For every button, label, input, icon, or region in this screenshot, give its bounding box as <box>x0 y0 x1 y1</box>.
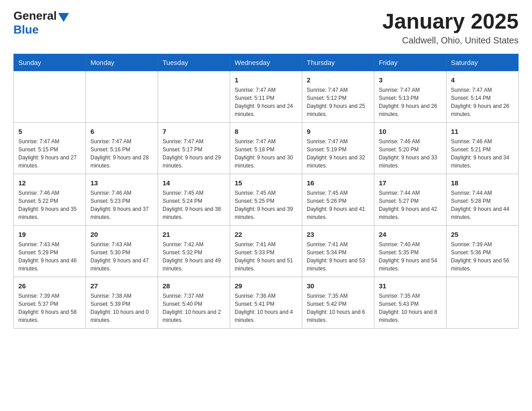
sun-info: Sunrise: 7:39 AMSunset: 5:36 PMDaylight:… <box>451 240 514 273</box>
page-header: General Blue January 2025 Caldwell, Ohio… <box>13 9 519 46</box>
sun-info: Sunrise: 7:45 AMSunset: 5:24 PMDaylight:… <box>163 189 225 221</box>
day-header-saturday: Saturday <box>446 54 519 71</box>
sun-info: Sunrise: 7:43 AMSunset: 5:30 PMDaylight:… <box>90 240 153 273</box>
sun-info: Sunrise: 7:37 AMSunset: 5:40 PMDaylight:… <box>163 292 225 324</box>
sun-info: Sunrise: 7:46 AMSunset: 5:22 PMDaylight:… <box>18 189 81 221</box>
calendar-cell: 10Sunrise: 7:46 AMSunset: 5:20 PMDayligh… <box>374 123 446 174</box>
logo-arrow-icon <box>58 13 69 22</box>
calendar-cell: 7Sunrise: 7:47 AMSunset: 5:17 PMDaylight… <box>158 123 230 174</box>
logo: General Blue <box>13 9 69 37</box>
sun-info: Sunrise: 7:43 AMSunset: 5:29 PMDaylight:… <box>18 240 81 273</box>
sun-info: Sunrise: 7:36 AMSunset: 5:41 PMDaylight:… <box>235 292 297 324</box>
sun-info: Sunrise: 7:47 AMSunset: 5:17 PMDaylight:… <box>163 137 225 170</box>
sun-info: Sunrise: 7:47 AMSunset: 5:13 PMDaylight:… <box>379 86 442 118</box>
sun-info: Sunrise: 7:39 AMSunset: 5:37 PMDaylight:… <box>18 292 81 324</box>
sun-info: Sunrise: 7:46 AMSunset: 5:20 PMDaylight:… <box>379 137 442 170</box>
day-number: 25 <box>451 229 514 240</box>
day-number: 12 <box>18 178 81 188</box>
calendar-week-row: 12Sunrise: 7:46 AMSunset: 5:22 PMDayligh… <box>14 174 519 226</box>
day-number: 6 <box>90 126 153 137</box>
calendar-cell: 16Sunrise: 7:45 AMSunset: 5:26 PMDayligh… <box>302 174 374 226</box>
calendar-cell: 1Sunrise: 7:47 AMSunset: 5:11 PMDaylight… <box>230 71 302 123</box>
day-header-tuesday: Tuesday <box>158 54 230 71</box>
day-header-monday: Monday <box>86 54 158 71</box>
day-number: 26 <box>18 281 81 291</box>
day-number: 31 <box>379 281 442 291</box>
day-number: 19 <box>18 229 81 240</box>
calendar-table: SundayMondayTuesdayWednesdayThursdayFrid… <box>13 54 519 329</box>
day-header-thursday: Thursday <box>302 54 374 71</box>
calendar-header-row: SundayMondayTuesdayWednesdayThursdayFrid… <box>14 54 519 71</box>
day-number: 14 <box>163 178 225 188</box>
sun-info: Sunrise: 7:47 AMSunset: 5:11 PMDaylight:… <box>235 86 297 118</box>
calendar-cell: 25Sunrise: 7:39 AMSunset: 5:36 PMDayligh… <box>446 226 519 277</box>
title-block: January 2025 Caldwell, Ohio, United Stat… <box>382 9 519 46</box>
calendar-cell: 27Sunrise: 7:38 AMSunset: 5:39 PMDayligh… <box>86 277 158 329</box>
calendar-cell: 12Sunrise: 7:46 AMSunset: 5:22 PMDayligh… <box>14 174 86 226</box>
calendar-cell: 30Sunrise: 7:35 AMSunset: 5:42 PMDayligh… <box>302 277 374 329</box>
sun-info: Sunrise: 7:42 AMSunset: 5:32 PMDaylight:… <box>163 240 225 273</box>
calendar-cell <box>86 71 158 123</box>
calendar-cell: 19Sunrise: 7:43 AMSunset: 5:29 PMDayligh… <box>14 226 86 277</box>
sun-info: Sunrise: 7:47 AMSunset: 5:18 PMDaylight:… <box>235 137 297 170</box>
day-number: 5 <box>18 126 81 137</box>
sun-info: Sunrise: 7:47 AMSunset: 5:19 PMDaylight:… <box>307 137 369 170</box>
day-number: 18 <box>451 178 514 188</box>
day-number: 13 <box>90 178 153 188</box>
calendar-cell: 14Sunrise: 7:45 AMSunset: 5:24 PMDayligh… <box>158 174 230 226</box>
day-number: 23 <box>307 229 369 240</box>
calendar-cell: 8Sunrise: 7:47 AMSunset: 5:18 PMDaylight… <box>230 123 302 174</box>
sun-info: Sunrise: 7:35 AMSunset: 5:43 PMDaylight:… <box>379 292 442 324</box>
logo-general-text: General <box>13 9 57 23</box>
day-number: 4 <box>451 75 514 85</box>
day-number: 2 <box>307 75 369 85</box>
sun-info: Sunrise: 7:47 AMSunset: 5:16 PMDaylight:… <box>90 137 153 170</box>
day-number: 24 <box>379 229 442 240</box>
sun-info: Sunrise: 7:41 AMSunset: 5:33 PMDaylight:… <box>235 240 297 273</box>
sun-info: Sunrise: 7:46 AMSunset: 5:23 PMDaylight:… <box>90 189 153 221</box>
sun-info: Sunrise: 7:45 AMSunset: 5:25 PMDaylight:… <box>235 189 297 221</box>
day-header-friday: Friday <box>374 54 446 71</box>
calendar-cell: 13Sunrise: 7:46 AMSunset: 5:23 PMDayligh… <box>86 174 158 226</box>
calendar-cell: 22Sunrise: 7:41 AMSunset: 5:33 PMDayligh… <box>230 226 302 277</box>
calendar-week-row: 5Sunrise: 7:47 AMSunset: 5:15 PMDaylight… <box>14 123 519 174</box>
calendar-week-row: 19Sunrise: 7:43 AMSunset: 5:29 PMDayligh… <box>14 226 519 277</box>
day-number: 17 <box>379 178 442 188</box>
calendar-cell <box>14 71 86 123</box>
page-subtitle: Caldwell, Ohio, United States <box>382 35 519 46</box>
day-number: 7 <box>163 126 225 137</box>
logo-blue-text: Blue <box>13 23 39 37</box>
day-number: 3 <box>379 75 442 85</box>
calendar-cell: 31Sunrise: 7:35 AMSunset: 5:43 PMDayligh… <box>374 277 446 329</box>
sun-info: Sunrise: 7:46 AMSunset: 5:21 PMDaylight:… <box>451 137 514 170</box>
calendar-cell <box>158 71 230 123</box>
sun-info: Sunrise: 7:41 AMSunset: 5:34 PMDaylight:… <box>307 240 369 273</box>
day-number: 29 <box>235 281 297 291</box>
page-title: January 2025 <box>382 9 519 34</box>
calendar-week-row: 26Sunrise: 7:39 AMSunset: 5:37 PMDayligh… <box>14 277 519 329</box>
calendar-cell: 23Sunrise: 7:41 AMSunset: 5:34 PMDayligh… <box>302 226 374 277</box>
calendar-cell: 21Sunrise: 7:42 AMSunset: 5:32 PMDayligh… <box>158 226 230 277</box>
sun-info: Sunrise: 7:47 AMSunset: 5:15 PMDaylight:… <box>18 137 81 170</box>
day-number: 28 <box>163 281 225 291</box>
day-number: 21 <box>163 229 225 240</box>
day-number: 15 <box>235 178 297 188</box>
day-number: 10 <box>379 126 442 137</box>
day-number: 30 <box>307 281 369 291</box>
day-number: 16 <box>307 178 369 188</box>
sun-info: Sunrise: 7:45 AMSunset: 5:26 PMDaylight:… <box>307 189 369 221</box>
calendar-cell: 4Sunrise: 7:47 AMSunset: 5:14 PMDaylight… <box>446 71 519 123</box>
day-number: 8 <box>235 126 297 137</box>
calendar-week-row: 1Sunrise: 7:47 AMSunset: 5:11 PMDaylight… <box>14 71 519 123</box>
calendar-cell <box>446 277 519 329</box>
sun-info: Sunrise: 7:38 AMSunset: 5:39 PMDaylight:… <box>90 292 153 324</box>
day-number: 22 <box>235 229 297 240</box>
sun-info: Sunrise: 7:47 AMSunset: 5:12 PMDaylight:… <box>307 86 369 118</box>
day-number: 11 <box>451 126 514 137</box>
calendar-cell: 17Sunrise: 7:44 AMSunset: 5:27 PMDayligh… <box>374 174 446 226</box>
day-number: 9 <box>307 126 369 137</box>
calendar-cell: 29Sunrise: 7:36 AMSunset: 5:41 PMDayligh… <box>230 277 302 329</box>
sun-info: Sunrise: 7:40 AMSunset: 5:35 PMDaylight:… <box>379 240 442 273</box>
day-header-sunday: Sunday <box>14 54 86 71</box>
calendar-cell: 20Sunrise: 7:43 AMSunset: 5:30 PMDayligh… <box>86 226 158 277</box>
